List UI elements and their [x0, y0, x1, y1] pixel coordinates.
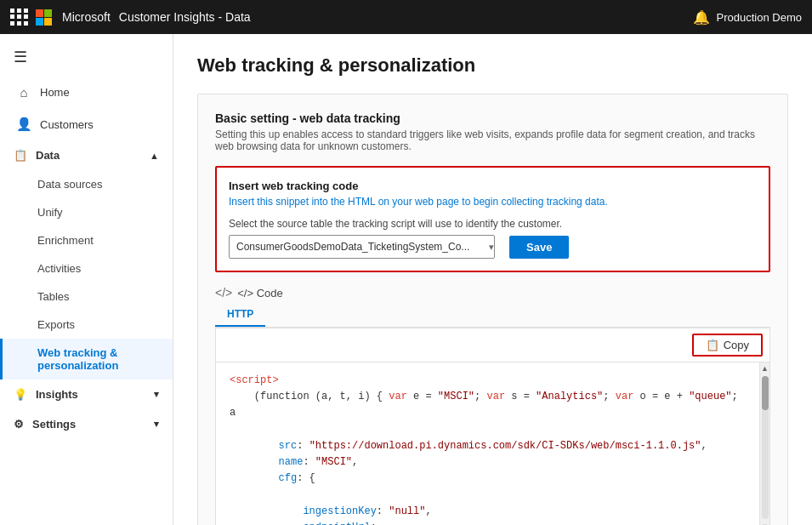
- page-title: Web tracking & personalization: [197, 54, 788, 77]
- insert-code-title: Insert web tracking code: [229, 180, 757, 192]
- right-scrollbar[interactable]: ▲ ▼: [759, 362, 769, 525]
- code-line-1: <script>: [230, 373, 746, 389]
- code-section-label: </> </> Code: [215, 286, 770, 300]
- insights-icon: 💡: [14, 388, 27, 401]
- topbar-right: 🔔 Production Demo: [693, 9, 802, 26]
- main-content: Web tracking & personalization Basic set…: [173, 34, 812, 525]
- customers-icon: 👤: [16, 117, 31, 132]
- sidebar-label-exports: Exports: [37, 318, 75, 331]
- sidebar-section-insights[interactable]: 💡 Insights ▾: [0, 379, 173, 409]
- sidebar-label-web-tracking: Web tracking & personalization: [37, 346, 118, 372]
- sidebar-label-activities: Activities: [37, 262, 81, 275]
- waffle-icon[interactable]: [10, 9, 27, 26]
- sidebar-item-enrichment[interactable]: Enrichment: [0, 226, 173, 254]
- microsoft-logo: [36, 9, 52, 26]
- code-line-9: endpointUrl: "https://mobile.events.data…: [230, 520, 746, 525]
- sidebar-label-data-sources: Data sources: [37, 178, 103, 191]
- settings-icon: ⚙: [14, 418, 24, 431]
- code-area-wrapper: 📋 Copy <script> (function (a, t, i) { va…: [215, 328, 770, 525]
- insert-code-box: Insert web tracking code Insert this sni…: [215, 166, 770, 272]
- sidebar-section-settings[interactable]: ⚙ Settings ▾: [0, 409, 173, 439]
- code-line-3: [230, 422, 746, 438]
- copy-btn-label: Copy: [724, 339, 749, 351]
- code-line-4: src: "https://download.pi.dynamics.com/s…: [230, 438, 746, 454]
- hamburger-button[interactable]: ☰: [0, 41, 173, 77]
- sidebar-label-settings: Settings: [32, 418, 76, 431]
- sidebar-label-unify: Unify: [37, 206, 63, 219]
- select-label: Select the source table the tracking scr…: [229, 218, 757, 230]
- sidebar-label-insights: Insights: [36, 388, 78, 401]
- insights-chevron-icon: ▾: [154, 389, 159, 400]
- settings-chevron-icon: ▾: [154, 419, 159, 430]
- copy-btn-wrapper: 📋 Copy: [216, 328, 769, 362]
- code-line-6: cfg: {: [230, 471, 746, 487]
- sidebar-label-data: Data: [36, 149, 60, 162]
- save-button[interactable]: Save: [509, 236, 569, 259]
- code-line-7: [230, 487, 746, 503]
- sidebar-item-exports[interactable]: Exports: [0, 311, 173, 339]
- bell-icon[interactable]: 🔔: [693, 9, 710, 26]
- sidebar-label-home: Home: [40, 86, 70, 99]
- select-save-row: ConsumerGoodsDemoData_TicketingSystem_Co…: [229, 235, 757, 259]
- app-title: Customer Insights - Data: [119, 10, 693, 24]
- code-line-2: (function (a, t, i) { var e = "MSCI"; va…: [230, 389, 746, 421]
- sidebar-label-tables: Tables: [37, 290, 70, 303]
- home-icon: ⌂: [16, 85, 31, 100]
- right-scroll-track: [762, 376, 769, 519]
- copy-icon: 📋: [706, 339, 719, 351]
- code-brackets-icon: </>: [215, 286, 232, 300]
- sidebar-section-data[interactable]: 📋 Data ▲: [0, 140, 173, 170]
- dropdown-wrapper: ConsumerGoodsDemoData_TicketingSystem_Co…: [229, 235, 501, 259]
- basic-setting-title: Basic setting - web data tracking: [215, 111, 770, 125]
- sidebar-item-customers[interactable]: 👤 Customers: [0, 108, 173, 140]
- source-table-dropdown[interactable]: ConsumerGoodsDemoData_TicketingSystem_Co…: [229, 235, 495, 259]
- tab-row: HTTP: [215, 303, 770, 328]
- sidebar-item-tables[interactable]: Tables: [0, 282, 173, 311]
- tab-http[interactable]: HTTP: [215, 303, 265, 327]
- org-name: Production Demo: [717, 11, 802, 24]
- insert-code-desc: Insert this snippet into the HTML on you…: [229, 196, 757, 208]
- code-line-5: name: "MSCI",: [230, 454, 746, 471]
- sidebar-item-web-tracking[interactable]: Web tracking & personalization: [0, 339, 173, 379]
- sidebar-label-enrichment: Enrichment: [37, 234, 94, 247]
- code-section: </> </> Code HTTP 📋 Copy <: [215, 286, 770, 525]
- sidebar-item-unify[interactable]: Unify: [0, 198, 173, 226]
- data-icon: 📋: [14, 149, 27, 162]
- copy-button[interactable]: 📋 Copy: [692, 334, 763, 357]
- basic-setting-section: Basic setting - web data tracking Settin…: [197, 94, 788, 525]
- sidebar-item-activities[interactable]: Activities: [0, 254, 173, 282]
- microsoft-label: Microsoft: [62, 10, 111, 24]
- code-line-8: ingestionKey: "null",: [230, 504, 746, 520]
- basic-setting-desc: Setting this up enables access to standa…: [215, 128, 770, 152]
- code-label-text: </> Code: [237, 287, 283, 300]
- sidebar-item-data-sources[interactable]: Data sources: [0, 170, 173, 198]
- data-chevron-icon: ▲: [150, 151, 159, 161]
- code-block: <script> (function (a, t, i) { var e = "…: [216, 362, 759, 525]
- topbar: Microsoft Customer Insights - Data 🔔 Pro…: [0, 0, 812, 34]
- scroll-up-arrow[interactable]: ▲: [761, 362, 769, 374]
- code-area-outer: <script> (function (a, t, i) { var e = "…: [216, 362, 769, 525]
- sidebar-item-home[interactable]: ⌂ Home: [0, 77, 173, 108]
- sidebar: ☰ ⌂ Home 👤 Customers 📋 Data ▲ Data sourc…: [0, 34, 173, 525]
- scroll-down-arrow[interactable]: ▼: [761, 521, 769, 525]
- layout: ☰ ⌂ Home 👤 Customers 📋 Data ▲ Data sourc…: [0, 34, 812, 525]
- sidebar-label-customers: Customers: [40, 118, 94, 131]
- right-scroll-thumb: [762, 376, 769, 410]
